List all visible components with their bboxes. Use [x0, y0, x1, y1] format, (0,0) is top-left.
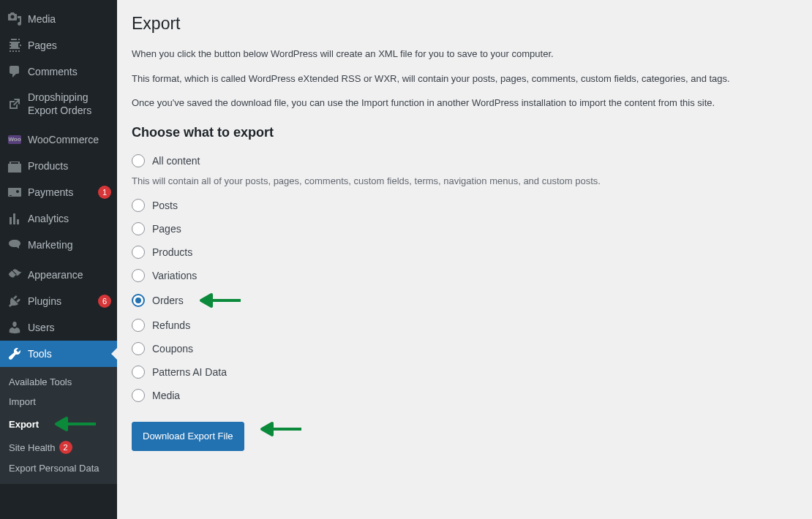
pages-icon [7, 38, 22, 53]
export-option-variations[interactable]: Variations [132, 264, 797, 287]
submenu-item-available-tools[interactable]: Available Tools [0, 372, 117, 392]
export-option-pages[interactable]: Pages [132, 217, 797, 240]
submenu-item-import[interactable]: Import [0, 392, 117, 412]
sidebar-item-tools[interactable]: Tools [0, 341, 117, 367]
radio-label: Variations [152, 270, 197, 281]
main-content: Export When you click the button below W… [117, 0, 812, 519]
radio-label: Orders [152, 295, 184, 306]
media-icon [7, 12, 22, 26]
submenu-label: Site Health [9, 442, 56, 453]
menu-label: Tools [28, 347, 111, 360]
radio-input[interactable] [132, 342, 145, 355]
woo-icon: Woo [7, 132, 22, 147]
submenu-label: Available Tools [9, 376, 72, 387]
description-1: When you click the button below WordPres… [132, 47, 797, 61]
section-title: Choose what to export [132, 125, 797, 140]
menu-label: Pages [28, 39, 111, 52]
menu-label: Comments [28, 65, 111, 78]
tools-icon [7, 346, 22, 361]
menu-label: Media [28, 12, 111, 26]
export-option-refunds[interactable]: Refunds [132, 314, 797, 337]
menu-label: Dropshipping Export Orders [28, 91, 111, 117]
sidebar-item-marketing[interactable]: Marketing [0, 232, 117, 258]
sidebar-item-users[interactable]: Users [0, 314, 117, 341]
payments-icon [7, 185, 22, 200]
menu-label: Products [28, 159, 111, 173]
description-2: This format, which is called WordPress e… [132, 72, 797, 86]
sidebar-item-media[interactable]: Media [0, 6, 117, 32]
export-option-coupons[interactable]: Coupons [132, 337, 797, 360]
notification-badge: 2 [59, 441, 72, 454]
menu-label: WooCommerce [28, 133, 111, 146]
external-icon [7, 96, 22, 111]
submenu-label: Import [9, 396, 36, 407]
page-title: Export [132, 7, 797, 37]
sidebar-item-dropshipping-export-orders[interactable]: Dropshipping Export Orders [0, 85, 117, 123]
arrow-annotation-icon [53, 416, 97, 432]
radio-label: All content [152, 155, 200, 167]
menu-label: Payments [28, 186, 94, 199]
plugins-icon [7, 294, 22, 308]
sidebar-item-products[interactable]: Products [0, 153, 117, 179]
sidebar-item-woocommerce[interactable]: WooWooCommerce [0, 126, 117, 153]
radio-input[interactable] [132, 269, 145, 282]
submenu-item-site-health[interactable]: Site Health2 [0, 436, 117, 458]
export-option-patterns-ai-data[interactable]: Patterns AI Data [132, 360, 797, 384]
submenu-label: Export Personal Data [9, 463, 99, 474]
notification-badge: 1 [98, 186, 111, 199]
export-option-all-content[interactable]: All content [132, 149, 797, 173]
export-option-posts[interactable]: Posts [132, 194, 797, 217]
arrow-annotation-icon [259, 420, 303, 438]
appearance-icon [7, 268, 22, 282]
export-option-orders[interactable]: Orders [132, 287, 797, 314]
radio-input[interactable] [132, 294, 145, 307]
radio-label: Coupons [152, 343, 193, 355]
menu-label: Appearance [28, 268, 111, 281]
radio-input[interactable] [132, 389, 145, 402]
submenu-label: Export [9, 419, 39, 430]
radio-label: Media [152, 390, 180, 401]
marketing-icon [7, 238, 22, 252]
sidebar-item-pages[interactable]: Pages [0, 32, 117, 58]
export-option-products[interactable]: Products [132, 240, 797, 264]
comments-icon [7, 64, 22, 79]
submenu-item-export-personal-data[interactable]: Export Personal Data [0, 458, 117, 478]
radio-input[interactable] [132, 319, 145, 332]
notification-badge: 6 [98, 295, 111, 308]
arrow-annotation-icon [198, 292, 242, 308]
analytics-icon [7, 211, 22, 226]
sidebar-item-appearance[interactable]: Appearance [0, 262, 117, 288]
export-option-media[interactable]: Media [132, 384, 797, 407]
radio-label: Patterns AI Data [152, 366, 227, 378]
radio-input[interactable] [132, 246, 145, 259]
export-options: All contentThis will contain all of your… [132, 149, 797, 407]
description-3: Once you've saved the download file, you… [132, 96, 797, 110]
users-icon [7, 320, 22, 335]
menu-label: Plugins [28, 295, 94, 308]
radio-input[interactable] [132, 365, 145, 379]
menu-label: Marketing [28, 238, 111, 251]
download-export-button[interactable]: Download Export File [132, 422, 244, 451]
tools-submenu: Available ToolsImportExportSite Health2E… [0, 367, 117, 484]
radio-input[interactable] [132, 199, 145, 212]
radio-input[interactable] [132, 154, 145, 167]
radio-input[interactable] [132, 222, 145, 235]
products-icon [7, 159, 22, 173]
admin-sidebar: MediaPagesCommentsDropshipping Export Or… [0, 0, 117, 519]
menu-label: Analytics [28, 212, 111, 225]
radio-label: Products [152, 246, 192, 258]
sidebar-item-payments[interactable]: Payments1 [0, 179, 117, 205]
radio-label: Refunds [152, 319, 190, 331]
radio-label: Posts [152, 200, 178, 211]
menu-label: Users [28, 321, 111, 334]
sidebar-item-comments[interactable]: Comments [0, 58, 117, 85]
submenu-item-export[interactable]: Export [0, 412, 117, 436]
sidebar-item-plugins[interactable]: Plugins6 [0, 288, 117, 314]
sidebar-item-analytics[interactable]: Analytics [0, 205, 117, 232]
radio-label: Pages [152, 223, 181, 235]
option-hint: This will contain all of your posts, pag… [132, 175, 797, 186]
